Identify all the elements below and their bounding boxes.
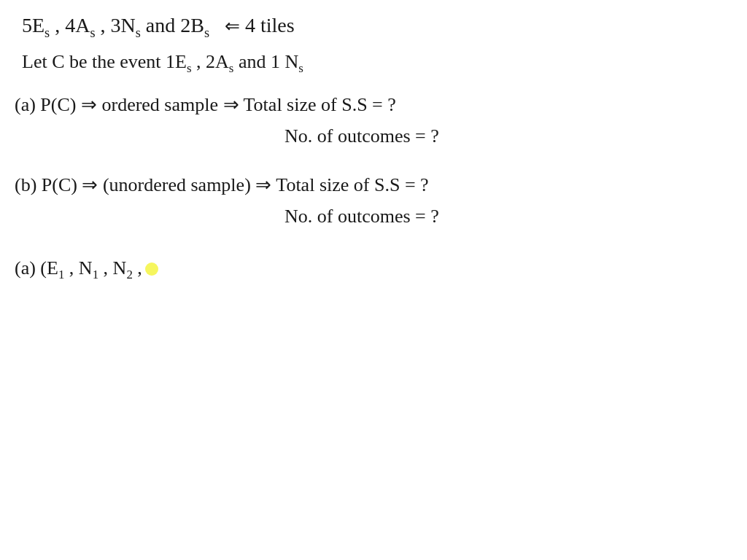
section-a2: (a) (E1 , N1 , N2 , [15, 254, 732, 284]
section-a-main: (a) P(C) ⇒ ordered sample ⇒ Total size o… [15, 90, 732, 119]
section-b-sub: No. of outcomes = ? [285, 202, 732, 230]
main-page: 5Es , 4As , 3Ns and 2Bs ⇐ 4 tiles Let C … [0, 0, 747, 560]
yellow-dot [145, 262, 158, 276]
section-a-outcomes: No. of outcomes = ? [285, 125, 439, 147]
section-b: (b) P(C) ⇒ (unordered sample) ⇒ Total si… [15, 171, 732, 230]
section-b-outcomes: No. of outcomes = ? [285, 206, 439, 227]
section-a-sub: No. of outcomes = ? [285, 122, 732, 150]
line-tiles: 5Es , 4As , 3Ns and 2Bs ⇐ 4 tiles [22, 10, 732, 43]
section-a: (a) P(C) ⇒ ordered sample ⇒ Total size o… [15, 90, 732, 150]
text-and: and [146, 14, 175, 36]
section-b-main: (b) P(C) ⇒ (unordered sample) ⇒ Total si… [15, 171, 732, 199]
text-5es: 5Es , 4As , 3Ns [22, 14, 146, 36]
section-a-label: (a) P(C) ⇒ ordered sample ⇒ Total size o… [15, 90, 396, 119]
text-let-c: Let C be the event 1Es , 2As and 1 Ns [22, 51, 303, 72]
section-a2-label: (a) (E1 , N1 , N2 , [15, 257, 158, 279]
text-2bs: 2Bs ⇐ 4 tiles [175, 14, 294, 36]
line-let-c: Let C be the event 1Es , 2As and 1 Ns [22, 47, 732, 78]
section-b-label: (b) P(C) ⇒ (unordered sample) ⇒ Total si… [15, 174, 429, 195]
section-a2-main: (a) (E1 , N1 , N2 , [15, 254, 732, 284]
